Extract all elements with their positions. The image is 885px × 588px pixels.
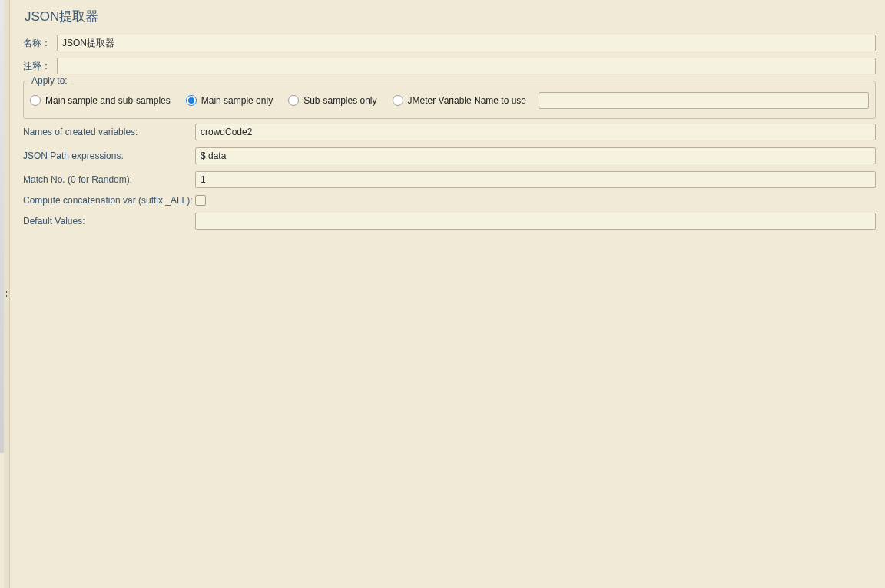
- comment-row: 注释：: [23, 58, 876, 74]
- apply-to-fieldset: Apply to: Main sample and sub-samples Ma…: [23, 81, 876, 119]
- comment-input[interactable]: [57, 58, 876, 74]
- name-label: 名称：: [23, 37, 57, 50]
- input-names-of-vars[interactable]: [195, 124, 876, 140]
- drag-handle-icon: [5, 289, 8, 299]
- json-extractor-panel: JSON提取器 名称： 注释： Apply to: Main sample an…: [14, 0, 885, 588]
- radio-icon: [288, 95, 299, 106]
- extractor-fields: Names of created variables: JSON Path ex…: [23, 124, 876, 230]
- radio-label: Sub-samples only: [303, 95, 376, 106]
- radio-main-only[interactable]: Main sample only: [186, 95, 273, 106]
- comment-label: 注释：: [23, 60, 57, 73]
- label-names-of-vars: Names of created variables:: [23, 127, 195, 137]
- apply-to-legend: Apply to:: [28, 75, 71, 86]
- panel-title: JSON提取器: [23, 5, 876, 25]
- radio-icon: [30, 95, 41, 106]
- radio-label: Main sample and sub-samples: [45, 95, 171, 106]
- checkbox-compute-all[interactable]: [195, 195, 206, 206]
- name-row: 名称：: [23, 35, 876, 51]
- row-compute-all: Compute concatenation var (suffix _ALL):: [23, 195, 876, 206]
- radio-jmeter-var[interactable]: JMeter Variable Name to use: [393, 95, 527, 106]
- name-input[interactable]: [57, 35, 876, 51]
- row-names-of-vars: Names of created variables:: [23, 124, 876, 140]
- radio-main-and-sub[interactable]: Main sample and sub-samples: [30, 95, 171, 106]
- radio-label: Main sample only: [201, 95, 273, 106]
- label-compute-all: Compute concatenation var (suffix _ALL):: [23, 195, 195, 206]
- radio-label: JMeter Variable Name to use: [408, 95, 527, 106]
- splitter-handle[interactable]: [4, 0, 10, 588]
- radio-icon: [393, 95, 403, 106]
- input-match-no[interactable]: [195, 171, 876, 188]
- apply-to-options: Main sample and sub-samples Main sample …: [30, 89, 869, 112]
- label-default-values: Default Values:: [23, 216, 195, 226]
- row-default-values: Default Values:: [23, 213, 876, 230]
- jmeter-var-name-input[interactable]: [539, 92, 869, 109]
- input-json-path[interactable]: [195, 147, 876, 164]
- label-match-no: Match No. (0 for Random):: [23, 174, 195, 185]
- label-json-path: JSON Path expressions:: [23, 150, 195, 161]
- radio-sub-only[interactable]: Sub-samples only: [288, 95, 376, 106]
- row-json-path: JSON Path expressions:: [23, 147, 876, 164]
- row-match-no: Match No. (0 for Random):: [23, 171, 876, 188]
- radio-icon: [186, 95, 197, 106]
- input-default-values[interactable]: [195, 213, 876, 230]
